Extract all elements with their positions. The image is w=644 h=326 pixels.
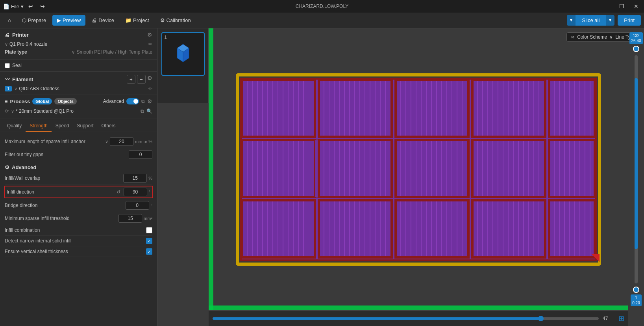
max-length-unit: mm or % — [135, 139, 152, 144]
infill-dir-field[interactable] — [124, 188, 147, 196]
plate-value-text: Smooth PEI Plate / High Temp Plate — [76, 49, 152, 55]
green-line-horizontal — [209, 306, 628, 310]
process-header: ≡ Process Global Objects Advanced ⧉ ⚙ — [5, 98, 152, 104]
filament-add-btn[interactable]: + — [127, 75, 135, 84]
filament-edit-icon[interactable]: ✏ — [148, 86, 152, 91]
filament-title: 〰 Filament — [5, 76, 33, 82]
seal-checkbox[interactable] — [5, 63, 10, 68]
tab-quality[interactable]: Quality — [3, 121, 26, 132]
infill-dir-unit: ° — [149, 190, 150, 194]
device-icon: 🖨 — [92, 17, 97, 23]
infill-wall-field[interactable] — [123, 174, 147, 183]
close-btn[interactable]: ✕ — [631, 2, 641, 10]
infill-dir-reset-icon[interactable]: ↺ — [117, 189, 120, 195]
tab-speed[interactable]: Speed — [52, 121, 73, 132]
slice-right-arrow[interactable]: ▾ — [606, 15, 614, 26]
tab-others[interactable]: Others — [97, 121, 119, 132]
infill-wall-row: Infill/Wall overlap % — [5, 172, 152, 185]
nav-preview[interactable]: ▶ Preview — [52, 15, 85, 26]
profile-save-icon[interactable]: ⧉ — [141, 108, 144, 114]
slice-dropdown-btn[interactable]: ▾ — [567, 15, 576, 26]
process-controls: Advanced ⧉ ⚙ — [103, 98, 152, 104]
nav-bar: ⌂ ⬡ Prepare ▶ Preview 🖨 Device 📁 Project… — [0, 13, 644, 28]
device-label: Device — [98, 17, 114, 23]
slider-bot-sub: 0.20 — [632, 301, 640, 305]
redo-btn[interactable]: ↪ — [38, 2, 47, 10]
print-btn[interactable]: Print — [618, 15, 641, 26]
infill-dir-input: ↺ ° — [115, 188, 150, 196]
v-slider-top-thumb[interactable] — [633, 46, 639, 52]
profile-copy-icon[interactable]: ⟳ — [5, 108, 9, 114]
v-slider-bot-thumb[interactable] — [633, 287, 639, 293]
undo-btn[interactable]: ↩ — [26, 2, 35, 10]
v-slider-track[interactable] — [635, 55, 638, 283]
bottom-bar: 47 ⊞ — [209, 310, 628, 326]
nav-project[interactable]: 📁 Project — [120, 15, 154, 26]
tab-support[interactable]: Support — [73, 121, 97, 132]
profile-search-icon[interactable]: 🔍 — [146, 108, 152, 114]
detect-narrow-checkbox[interactable]: ✓ — [146, 238, 152, 244]
bridge-dir-row: Bridge direction ° — [5, 199, 152, 212]
infill-wall-unit: % — [148, 176, 152, 181]
tag-objects[interactable]: Objects — [54, 98, 76, 104]
nav-home[interactable]: ⌂ — [3, 15, 16, 26]
main-content: 🖨 Printer ⚙ ∨ Q1 Pro 0.4 nozzle ✏ Plate … — [0, 28, 644, 326]
settings-tabs: Quality Strength Speed Support Others — [0, 119, 157, 132]
printer-settings-icon[interactable]: ⚙ — [147, 32, 152, 38]
title-bar: 📄 CHARIZARD.LOW.POLY File ▾ ↩ ↪ CHARIZAR… — [0, 0, 644, 13]
nozzle-row: ∨ Q1 Pro 0.4 nozzle ✏ — [5, 40, 152, 48]
nav-prepare[interactable]: ⬡ Prepare — [17, 15, 51, 26]
advanced-toggle[interactable] — [126, 98, 139, 104]
nav-calibration[interactable]: ⚙ Calibration — [155, 15, 196, 26]
tag-global[interactable]: Global — [32, 98, 52, 104]
model-thumbnail[interactable]: 1 — [161, 32, 205, 76]
tab-strength[interactable]: Strength — [26, 121, 51, 132]
settings-area: Maximum length of sparse infill anchor ∨… — [0, 132, 157, 326]
vertical-slider: 132 26.40 1 0.20 — [628, 28, 644, 310]
printer-icon: 🖨 — [5, 32, 10, 38]
infill-combo-checkbox[interactable] — [146, 227, 152, 233]
max-length-field[interactable] — [110, 137, 133, 146]
detect-narrow-input: ✓ — [146, 238, 152, 244]
min-sparse-field[interactable] — [118, 214, 142, 223]
process-settings-icon[interactable]: ⚙ — [147, 98, 152, 104]
advanced-gear-icon: ⚙ — [5, 164, 9, 170]
bridge-dir-field[interactable] — [126, 201, 149, 210]
h-slider-value: 47 — [603, 316, 614, 321]
max-length-input: ∨ mm or % — [105, 137, 152, 146]
filament-remove-btn[interactable]: − — [137, 75, 146, 84]
filament-name-container: ∨ QIDI ABS Odorless — [14, 86, 59, 91]
process-section: ≡ Process Global Objects Advanced ⧉ ⚙ ⟳ — [0, 95, 157, 119]
maximize-btn[interactable]: ❐ — [617, 2, 627, 10]
copy-settings-icon[interactable]: ⧉ — [141, 99, 145, 104]
profile-name: * 20mm Standard @Q1 Pro — [16, 108, 74, 114]
filter-gaps-field[interactable] — [129, 150, 152, 159]
advanced-section-label: Advanced — [12, 164, 36, 170]
h-slider[interactable] — [213, 317, 599, 320]
layers-icon[interactable]: ⊞ — [618, 314, 624, 323]
ensure-vertical-checkbox[interactable]: ✓ — [146, 248, 152, 255]
minimize-btn[interactable]: — — [602, 2, 612, 10]
infill-wall-label: Infill/Wall overlap — [5, 175, 123, 181]
filter-gaps-label: Filter out tiny gaps — [5, 152, 129, 157]
project-icon: 📁 — [125, 17, 131, 23]
file-menu[interactable]: 📄 CHARIZARD.LOW.POLY File ▾ — [3, 4, 24, 9]
filter-gaps-input — [129, 150, 152, 159]
prepare-icon: ⬡ — [22, 17, 26, 23]
svg-rect-206 — [549, 200, 595, 257]
h-slider-thumb[interactable] — [538, 316, 544, 321]
preview-label: Preview — [63, 17, 81, 23]
nozzle-edit-icon[interactable]: ✏ — [148, 41, 152, 47]
svg-rect-36 — [396, 80, 468, 137]
filament-settings-icon[interactable]: ⚙ — [147, 75, 152, 84]
svg-rect-76 — [242, 140, 315, 197]
min-sparse-input: mm² — [118, 214, 152, 223]
slice-all-btn[interactable]: Slice all — [576, 15, 606, 26]
nav-device[interactable]: 🖨 Device — [87, 15, 119, 26]
infill-preview-svg — [233, 71, 603, 268]
calibration-icon: ⚙ — [160, 17, 165, 23]
plate-arrow: ∨ — [72, 50, 75, 55]
seal-section: Seal — [0, 60, 157, 72]
svg-rect-147 — [242, 200, 315, 257]
svg-rect-21 — [319, 80, 392, 137]
